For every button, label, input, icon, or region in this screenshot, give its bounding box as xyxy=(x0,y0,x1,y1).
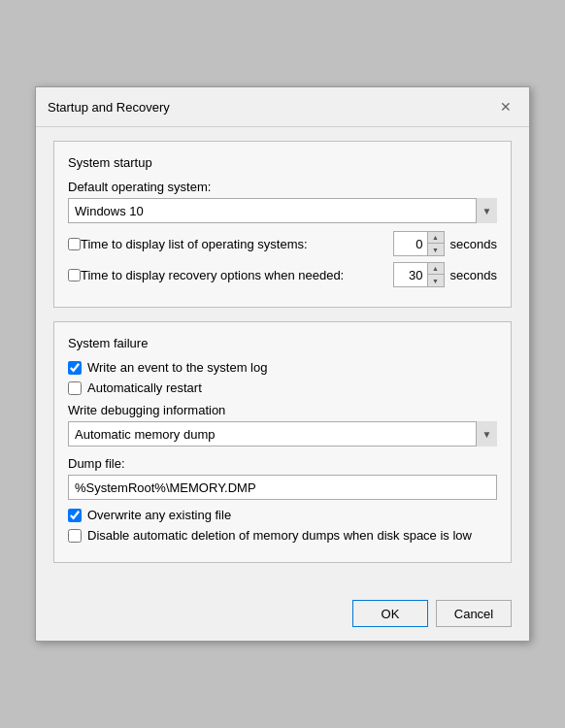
debug-info-select[interactable]: Automatic memory dump Complete memory du… xyxy=(68,421,497,447)
overwrite-row: Overwrite any existing file xyxy=(68,508,497,522)
system-startup-label: System startup xyxy=(68,155,497,170)
display-list-spinner: ▲ ▼ xyxy=(393,231,445,256)
disable-deletion-checkbox[interactable] xyxy=(68,529,82,543)
auto-restart-row: Automatically restart xyxy=(68,381,497,395)
write-event-row: Write an event to the system log xyxy=(68,360,497,375)
display-recovery-spin-up[interactable]: ▲ xyxy=(428,263,444,275)
default-os-select-wrapper: Windows 10 ▼ xyxy=(68,198,497,223)
disable-deletion-label: Disable automatic deletion of memory dum… xyxy=(87,528,472,543)
display-recovery-spin-down[interactable]: ▼ xyxy=(428,275,444,286)
display-list-seconds-label: seconds xyxy=(450,237,497,251)
display-list-input[interactable] xyxy=(393,231,428,256)
write-event-checkbox[interactable] xyxy=(68,361,82,375)
default-os-label: Default operating system: xyxy=(68,180,497,194)
display-list-checkbox[interactable] xyxy=(68,238,81,250)
debug-info-label: Write debugging information xyxy=(68,403,497,417)
display-recovery-spinner-buttons: ▲ ▼ xyxy=(428,262,445,287)
display-recovery-checkbox[interactable] xyxy=(68,269,81,281)
display-list-row: Time to display list of operating system… xyxy=(68,231,497,256)
overwrite-label: Overwrite any existing file xyxy=(87,508,231,522)
dump-file-input[interactable] xyxy=(68,475,497,500)
system-failure-label: System failure xyxy=(68,336,497,350)
display-list-spin-down[interactable]: ▼ xyxy=(428,244,444,255)
display-list-spin-up[interactable]: ▲ xyxy=(428,232,444,244)
display-recovery-row: Time to display recovery options when ne… xyxy=(68,262,497,287)
dump-file-label: Dump file: xyxy=(68,456,497,471)
system-failure-section: System failure Write an event to the sys… xyxy=(53,321,512,563)
title-bar: Startup and Recovery ✕ xyxy=(36,87,529,127)
dialog-footer: OK Cancel xyxy=(36,590,529,641)
close-button[interactable]: ✕ xyxy=(494,95,517,118)
debug-info-group: Write debugging information Automatic me… xyxy=(68,403,497,447)
startup-recovery-dialog: Startup and Recovery ✕ System startup De… xyxy=(35,86,530,642)
display-recovery-seconds-label: seconds xyxy=(450,268,497,282)
display-recovery-spinner: ▲ ▼ xyxy=(393,262,445,287)
display-list-spinner-buttons: ▲ ▼ xyxy=(428,231,445,256)
system-startup-section: System startup Default operating system:… xyxy=(53,141,512,308)
display-recovery-input[interactable] xyxy=(393,262,428,287)
display-recovery-label: Time to display recovery options when ne… xyxy=(81,268,389,282)
ok-button[interactable]: OK xyxy=(352,600,428,627)
auto-restart-checkbox[interactable] xyxy=(68,381,82,395)
dump-file-group: Dump file: xyxy=(68,456,497,500)
overwrite-checkbox[interactable] xyxy=(68,509,82,522)
display-list-label: Time to display list of operating system… xyxy=(81,237,389,251)
disable-deletion-row: Disable automatic deletion of memory dum… xyxy=(68,528,497,543)
dialog-title: Startup and Recovery xyxy=(48,100,170,115)
cancel-button[interactable]: Cancel xyxy=(436,600,512,627)
default-os-group: Default operating system: Windows 10 ▼ xyxy=(68,180,497,223)
dialog-body: System startup Default operating system:… xyxy=(36,127,529,590)
write-event-label: Write an event to the system log xyxy=(87,360,267,375)
auto-restart-label: Automatically restart xyxy=(87,381,202,395)
default-os-select[interactable]: Windows 10 xyxy=(68,198,497,223)
debug-info-select-wrapper: Automatic memory dump Complete memory du… xyxy=(68,421,497,447)
